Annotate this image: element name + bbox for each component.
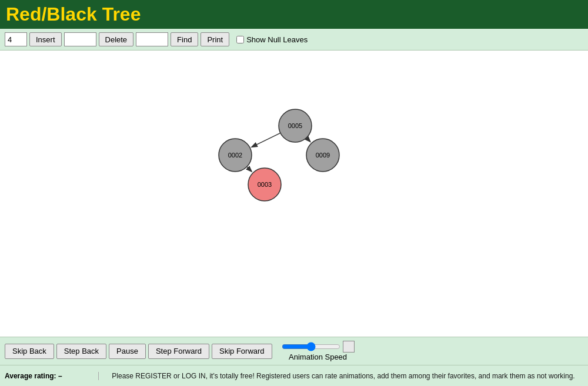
tree-nodes: 0005000200090003 [219,109,339,201]
speed-label: Animation Speed [289,353,347,361]
footer: Average rating: – Please REGISTER or LOG… [0,365,588,386]
insert-button[interactable]: Insert [29,32,62,46]
show-null-leaves-text: Show Null Leaves [246,35,308,44]
delete-input[interactable] [64,32,96,46]
footer-info-text: Please REGISTER or LOG IN, it's totally … [103,372,583,380]
app-header: Red/Black Tree [0,0,588,29]
rating-value: – [58,372,62,380]
svg-text:0002: 0002 [228,152,242,159]
step-back-button[interactable]: Step Back [56,344,106,359]
svg-text:0005: 0005 [288,122,302,129]
insert-input[interactable] [5,32,27,46]
find-input[interactable] [136,32,168,46]
pause-button[interactable]: Pause [109,344,146,359]
svg-text:0009: 0009 [316,152,330,159]
svg-line-0 [252,133,280,147]
skip-forward-button[interactable]: Skip Forward [212,344,272,359]
speed-section: Animation Speed [282,341,355,361]
footer-info-content: Please REGISTER or LOG IN, it's totally … [112,372,574,380]
svg-line-1 [306,137,310,141]
print-button[interactable]: Print [201,32,229,46]
speed-indicator [343,341,355,353]
tree-svg: 0005000200090003 [0,51,588,337]
tree-canvas: 0005000200090003 [0,51,588,337]
rating-label: Average rating: [5,372,56,380]
skip-back-button[interactable]: Skip Back [5,344,54,359]
animation-controls: Skip Back Step Back Pause Step Forward S… [0,337,588,365]
toolbar: Insert Delete Find Print Show Null Leave… [0,29,588,51]
svg-line-2 [247,167,252,172]
step-forward-button[interactable]: Step Forward [148,344,209,359]
show-null-leaves-label[interactable]: Show Null Leaves [236,35,308,44]
show-null-leaves-checkbox[interactable] [236,36,244,43]
rating-section: Average rating: – [5,372,99,380]
find-button[interactable]: Find [171,32,198,46]
app-title: Red/Black Tree [6,4,141,25]
speed-slider[interactable] [282,342,340,351]
svg-text:0003: 0003 [258,181,272,188]
delete-button[interactable]: Delete [99,32,134,46]
